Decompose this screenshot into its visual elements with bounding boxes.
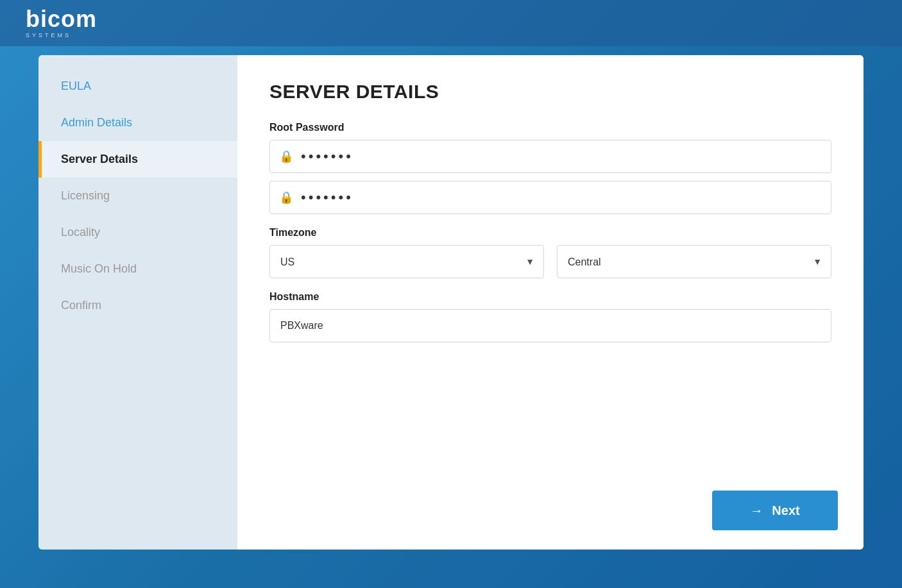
root-password-label: Root Password: [269, 122, 831, 133]
hostname-input[interactable]: [269, 309, 831, 342]
page-title: SERVER DETAILS: [269, 81, 831, 103]
sidebar-item-licensing-label: Licensing: [61, 189, 110, 202]
root-password-input[interactable]: [301, 148, 822, 165]
main-container: EULA Admin Details Server Details Licens…: [38, 55, 864, 550]
sidebar-item-locality[interactable]: Locality: [38, 214, 237, 251]
sidebar: EULA Admin Details Server Details Licens…: [38, 55, 237, 550]
header-bar: bicom SYSTEMS: [0, 0, 902, 46]
sidebar-item-music-on-hold-label: Music On Hold: [61, 262, 137, 275]
sidebar-item-admin-details[interactable]: Admin Details: [38, 105, 237, 141]
sidebar-item-licensing[interactable]: Licensing: [38, 178, 237, 214]
logo-sub: SYSTEMS: [26, 32, 71, 38]
sidebar-item-eula-label: EULA: [61, 80, 91, 92]
root-password-confirm-input[interactable]: [301, 189, 822, 206]
timezone-zone-wrapper: Central Eastern Mountain Pacific Alaska …: [557, 245, 831, 278]
lock-icon-2: 🔒: [279, 190, 293, 205]
timezone-zone-select[interactable]: Central Eastern Mountain Pacific Alaska …: [557, 246, 831, 278]
timezone-row: US America Europe Asia Africa Pacific At…: [269, 245, 831, 278]
logo-text: bicom: [26, 8, 97, 31]
next-button[interactable]: → Next: [712, 491, 838, 530]
timezone-region-wrapper: US America Europe Asia Africa Pacific At…: [269, 245, 544, 278]
sidebar-item-music-on-hold[interactable]: Music On Hold: [38, 251, 237, 287]
sidebar-item-server-details-label: Server Details: [61, 153, 138, 165]
hostname-label: Hostname: [269, 291, 831, 303]
content-area: SERVER DETAILS Root Password 🔒 🔒 Timezon…: [237, 55, 864, 550]
timezone-region-select[interactable]: US America Europe Asia Africa Pacific At…: [270, 246, 543, 278]
lock-icon-1: 🔒: [279, 149, 293, 164]
sidebar-item-confirm[interactable]: Confirm: [38, 287, 237, 324]
root-password-input-wrapper: 🔒: [269, 140, 831, 173]
sidebar-item-confirm-label: Confirm: [61, 299, 101, 312]
next-arrow-icon: →: [750, 503, 763, 518]
sidebar-item-admin-details-label: Admin Details: [61, 116, 132, 129]
timezone-label: Timezone: [269, 227, 831, 239]
logo: bicom SYSTEMS: [26, 8, 97, 38]
sidebar-item-locality-label: Locality: [61, 226, 100, 239]
root-password-confirm-wrapper: 🔒: [269, 181, 831, 214]
sidebar-item-server-details[interactable]: Server Details: [38, 141, 237, 178]
next-button-label: Next: [772, 503, 799, 518]
sidebar-item-eula[interactable]: EULA: [38, 68, 237, 105]
